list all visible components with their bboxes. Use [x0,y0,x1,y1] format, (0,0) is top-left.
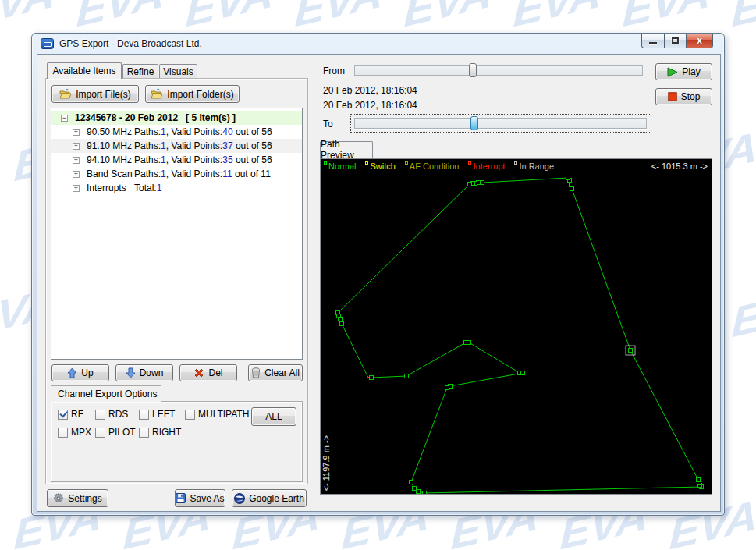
checkbox-label: PILOT [108,427,136,438]
deva-logo-watermark: EVA [0,0,55,37]
tree-item-detail: Total: [134,183,157,193]
from-label: From [323,66,345,76]
close-icon: x [697,35,702,46]
tree-root-row[interactable]: − 12345678 - 20 Feb 2012 [ 5 Item(s) ] [51,111,302,125]
from-slider-thumb[interactable] [469,63,477,77]
tree-item-name: Interrupts [87,183,134,193]
app-icon [41,38,54,49]
deva-logo-watermark: EVA [731,0,756,37]
up-label: Up [81,367,93,378]
tree-root-label: 12345678 - 20 Feb 2012 [75,112,178,123]
tree-item-detail: Paths: [134,126,161,137]
google-earth-icon [234,493,245,504]
minimize-button[interactable] [641,34,665,48]
checkbox-label: MPX [71,427,91,438]
all-button[interactable]: ALL [251,407,296,426]
close-button[interactable]: x [687,34,713,48]
tree-row-91-10[interactable]: + 91.10 MHz Paths:1, Valid Points:37 out… [51,139,302,153]
tree-item-name: Band Scan [87,169,134,179]
checkbox-pilot[interactable]: PILOT [95,427,136,438]
expand-icon[interactable]: + [73,157,80,164]
up-button[interactable]: Up [51,364,109,381]
horizontal-extent-label: <- 1015.3 m -> [651,161,708,171]
legend-item-af-condition: AF Condition [405,161,460,171]
play-icon [667,67,678,77]
from-slider[interactable] [354,65,643,76]
del-button[interactable]: Del [179,364,237,381]
checkbox-mpx[interactable]: MPX [58,427,91,438]
tree-row-90-50[interactable]: + 90.50 MHz Paths:1, Valid Points:40 out… [51,125,302,139]
path-preview-canvas[interactable]: Normal Switch AF Condition Interrupt In … [320,158,712,495]
checkbox-left[interactable]: LEFT [139,409,175,420]
clear-all-label: Clear All [264,367,300,378]
settings-button[interactable]: Settings [47,489,108,507]
client-area: Available Items Refine Visuals Import Fi… [37,54,721,512]
legend-square [468,161,471,165]
tree-item-name: 91.10 MHz [87,140,134,151]
tree-row-94-10[interactable]: + 94.10 MHz Paths:1, Valid Points:35 out… [51,153,302,167]
tree-item-detail: Paths: [134,169,161,179]
minimize-icon [649,42,657,44]
checkbox-right[interactable]: RIGHT [139,427,181,438]
to-datetime: 20 Feb 2012, 18:16:04 [323,100,417,111]
expand-icon[interactable]: + [73,129,80,136]
down-label: Down [140,367,164,378]
tree-root-count: [ 5 Item(s) ] [186,112,236,123]
legend-square [405,161,408,165]
collapse-icon[interactable]: − [61,115,68,122]
window-title: GPS Export - Deva Broadcast Ltd. [59,38,202,49]
deva-logo-watermark: EVA [731,278,756,347]
legend-item-in-range: In Range [514,161,554,171]
google-earth-button[interactable]: Google Earth [232,489,307,507]
gear-icon [53,493,64,504]
available-items-tree: − 12345678 - 20 Feb 2012 [ 5 Item(s) ] +… [51,108,303,360]
import-files-label: Import File(s) [76,89,131,100]
checkbox-box [139,410,149,420]
checkbox-label: RDS [108,409,128,420]
floppy-disk-icon [176,493,186,503]
path-legend: Normal Switch AF Condition Interrupt In … [324,161,554,171]
maximize-icon [672,37,679,44]
checkbox-label: RF [71,409,83,420]
import-files-button[interactable]: Import File(s) [51,85,139,103]
save-as-button[interactable]: Save As [175,489,225,507]
deva-logo-watermark: EVA [622,0,712,37]
open-folder-icon [59,89,72,99]
tree-row-interrupts[interactable]: + Interrupts Total:1 [51,181,302,195]
tree-row-band-scan[interactable]: + Band Scan Paths:1, Valid Points:11 out… [51,167,302,181]
tab-refine[interactable]: Refine [122,64,158,79]
checkbox-box [185,410,195,420]
deva-logo-watermark: EVA [185,0,275,37]
maximize-button[interactable] [665,34,687,48]
deva-logo-watermark: EVA [513,0,602,37]
down-arrow-icon [126,367,136,378]
clear-all-button[interactable]: Clear All [248,364,303,381]
checkbox-rf[interactable]: RF [58,409,83,420]
expand-icon[interactable]: + [73,185,80,192]
to-slider-thumb[interactable] [470,116,478,130]
deva-logo-watermark: EVA [294,0,384,37]
del-label: Del [208,367,222,378]
tab-visuals[interactable]: Visuals [159,64,197,79]
settings-label: Settings [68,493,101,504]
expand-icon[interactable]: + [73,143,80,150]
checkbox-rds[interactable]: RDS [95,409,128,420]
play-button[interactable]: Play [655,63,712,80]
title-bar[interactable]: GPS Export - Deva Broadcast Ltd. x [32,34,724,54]
down-button[interactable]: Down [115,364,173,381]
legend-square [514,161,517,165]
tab-path-preview[interactable]: Path Preview [320,141,373,158]
tree-item-name: 90.50 MHz [87,126,134,137]
from-datetime: 20 Feb 2012, 18:16:04 [323,85,417,96]
expand-icon[interactable]: + [73,171,80,178]
play-label: Play [682,66,700,77]
stop-button[interactable]: Stop [655,88,712,105]
tab-available-items[interactable]: Available Items [47,62,122,79]
app-window: GPS Export - Deva Broadcast Ltd. x Avail… [31,33,725,516]
legend-item-normal: Normal [324,161,356,171]
import-folders-button[interactable]: Import Folder(s) [145,85,240,103]
delete-x-icon [193,367,204,378]
to-slider[interactable] [354,118,647,129]
checkbox-multipath[interactable]: MULTIPATH [185,409,249,420]
checkbox-box [139,428,149,438]
